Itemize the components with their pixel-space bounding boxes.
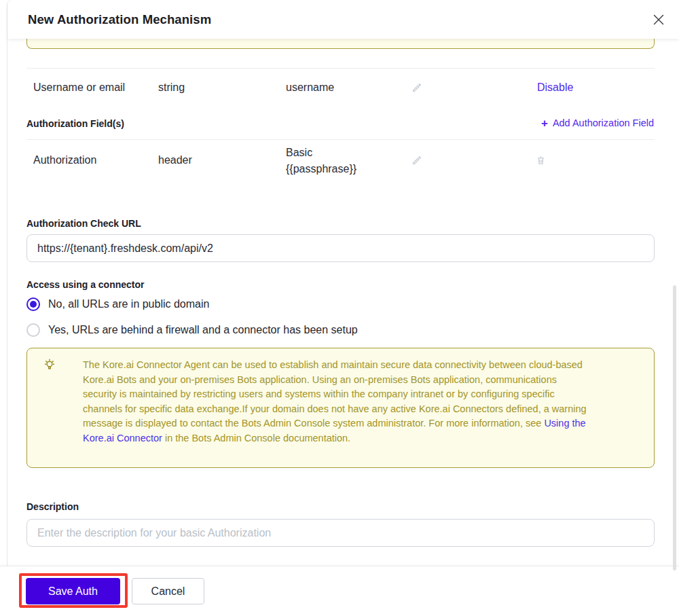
new-authorization-mechanism-dialog: New Authorization Mechanism Username or … — [7, 0, 679, 616]
delete-trash-icon[interactable] — [536, 155, 546, 166]
auth-field-row-username: Username or email string username Disabl… — [26, 75, 655, 100]
radio-icon[interactable] — [26, 323, 40, 337]
authorization-check-url-input[interactable] — [26, 234, 655, 262]
radio-option-label: No, all URLs are in public domain — [48, 298, 209, 310]
description-input[interactable] — [26, 519, 655, 547]
lightbulb-icon — [42, 357, 57, 376]
vertical-scrollbar-thumb[interactable] — [673, 285, 676, 570]
radio-option-behind-firewall[interactable]: Yes, URLs are behind a firewall and a co… — [26, 323, 358, 338]
dialog-title: New Authorization Mechanism — [28, 0, 211, 39]
save-auth-button[interactable]: Save Auth — [26, 578, 120, 604]
field-type: string — [158, 75, 185, 100]
authorization-fields-label: Authorization Field(s) — [26, 118, 124, 129]
field-value-line1: Basic — [286, 147, 312, 159]
divider — [26, 139, 655, 140]
edit-pencil-icon[interactable] — [411, 82, 422, 93]
radio-option-public-domain[interactable]: No, all URLs are in public domain — [26, 297, 209, 312]
edit-pencil-icon[interactable] — [411, 155, 422, 166]
cancel-button[interactable]: Cancel — [132, 578, 204, 604]
dialog-header: New Authorization Mechanism — [7, 0, 679, 39]
field-value-line2: {{passphrase}} — [286, 163, 356, 175]
radio-icon[interactable] — [26, 297, 40, 311]
close-icon[interactable] — [650, 12, 667, 28]
add-authorization-field-link[interactable]: +Add Authorization Field — [541, 117, 654, 130]
add-authorization-field-label: Add Authorization Field — [553, 117, 654, 128]
field-name: Username or email — [33, 75, 125, 100]
auth-field-row-authorization: Authorization header Basic {{passphrase}… — [26, 141, 655, 181]
radio-option-label: Yes, URLs are behind a firewall and a co… — [48, 324, 358, 336]
note-text-before: The Kore.ai Connector Agent can be used … — [83, 359, 587, 429]
divider — [26, 68, 655, 69]
description-label: Description — [26, 501, 79, 512]
field-name: Authorization — [33, 141, 96, 180]
access-connector-label: Access using a connector — [26, 279, 145, 290]
plus-icon: + — [541, 117, 548, 130]
authorization-check-url-label: Authorization Check URL — [26, 218, 141, 229]
connector-info-note: The Kore.ai Connector Agent can be used … — [26, 348, 655, 468]
disable-link[interactable]: Disable — [537, 75, 573, 100]
note-text-after: in the Bots Admin Console documentation. — [162, 433, 350, 443]
field-value: username — [286, 75, 334, 100]
highlighted-field-partial — [26, 38, 655, 49]
field-type: header — [158, 141, 192, 180]
dialog-footer: Save Auth Cancel — [0, 566, 679, 616]
connector-note-text: The Kore.ai Connector Agent can be used … — [83, 358, 589, 446]
